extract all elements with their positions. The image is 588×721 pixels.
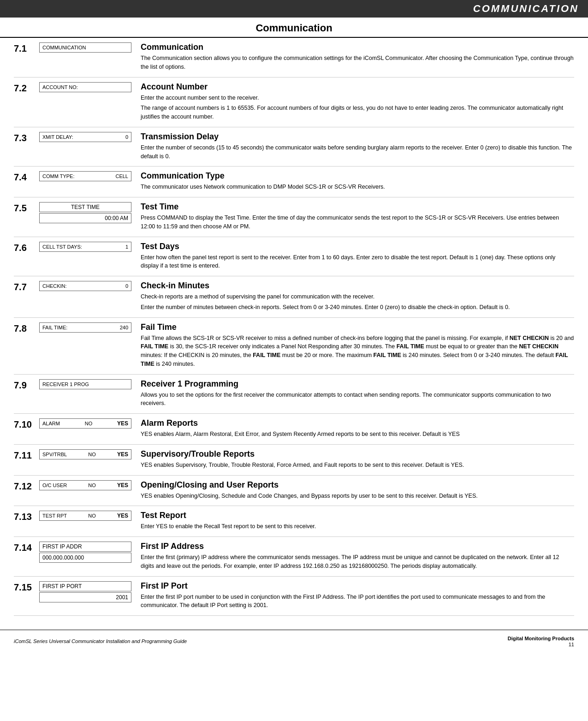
section-text-14: Enter the first IP port number to be use… (141, 593, 574, 610)
section-text-10: YES enables Supervisory, Trouble, Troubl… (141, 461, 574, 470)
section-text-7: Fail Time allows the SCS-1R or SCS-VR re… (141, 334, 574, 369)
section-field-11: O/C USERNOYES (39, 480, 131, 491)
section-heading-11: Opening/Closing and User Reports (141, 480, 574, 490)
section-number-12: 7.13 (14, 511, 39, 522)
field-box-1: ACCOUNT NO: (39, 82, 131, 92)
section-text-5: Enter how often the panel test report is… (141, 253, 574, 271)
section-text-3: The communicator uses Network communicat… (141, 183, 574, 191)
section-heading-13: First IP Address (141, 542, 574, 551)
footer-right: Digital Monitoring Products (508, 636, 574, 641)
section-heading-5: Test Days (141, 242, 574, 251)
main-content: 7.1COMMUNICATIONCommunicationThe Communi… (0, 38, 588, 625)
section-content-5: Test DaysEnter how often the panel test … (141, 242, 574, 273)
section-row-7-10: 7.10ALARMNOYESAlarm ReportsYES enables A… (14, 414, 574, 445)
section-row-7-15: 7.15FIRST IP PORT2001First IP PortEnter … (14, 577, 574, 616)
field-box-7: FAIL TIME:240 (39, 322, 131, 333)
section-heading-2: Transmission Delay (141, 132, 574, 142)
section-content-14: First IP PortEnter the first IP port num… (141, 581, 574, 612)
section-heading-9: Alarm Reports (141, 418, 574, 428)
section-field-9: ALARMNOYES (39, 418, 131, 429)
section-field-14: FIRST IP PORT2001 (39, 581, 131, 603)
section-number-7: 7.8 (14, 322, 39, 334)
footer-left: iComSL Series Universal Communicator Ins… (14, 638, 187, 644)
section-number-3: 7.4 (14, 171, 39, 183)
footer-page: 11 (508, 642, 574, 647)
section-content-8: Receiver 1 ProgrammingAllows you to set … (141, 379, 574, 410)
section-text-1: Enter the account number sent to the rec… (141, 94, 574, 121)
section-number-0: 7.1 (14, 42, 39, 54)
section-text-13: Enter the first (primary) IP address whe… (141, 553, 574, 571)
section-text-4: Press COMMAND to display the Test Time. … (141, 214, 574, 231)
section-content-11: Opening/Closing and User ReportsYES enab… (141, 480, 574, 502)
section-text-8: Allows you to set the options for the fi… (141, 391, 574, 408)
section-row-7-2: 7.2ACCOUNT NO:Account NumberEnter the ac… (14, 77, 574, 127)
section-heading-4: Test Time (141, 202, 574, 212)
section-content-2: Transmission DelayEnter the number of se… (141, 132, 574, 163)
section-field-13: FIRST IP ADDR000.000.000.000 (39, 542, 131, 564)
section-number-14: 7.15 (14, 581, 39, 593)
section-content-10: Supervisory/Trouble ReportsYES enables S… (141, 449, 574, 471)
section-content-9: Alarm ReportsYES enables Alarm, Alarm Re… (141, 418, 574, 441)
section-field-1: ACCOUNT NO: (39, 82, 131, 93)
section-heading-6: Check-in Minutes (141, 281, 574, 291)
section-text-0: The Communication section allows you to … (141, 54, 574, 72)
section-heading-12: Test Report (141, 511, 574, 520)
section-content-7: Fail TimeFail Time allows the SCS-1R or … (141, 322, 574, 370)
section-heading-7: Fail Time (141, 322, 574, 332)
field-box-8: RECEIVER 1 PROG (39, 379, 131, 389)
section-row-7-3: 7.3XMIT DELAY:0Transmission DelayEnter t… (14, 127, 574, 167)
field-box-test-time-label: TEST TIME (39, 202, 131, 212)
section-row-7-14: 7.14FIRST IP ADDR000.000.000.000First IP… (14, 537, 574, 577)
section-field-10: SPV/TRBLNOYES (39, 449, 131, 460)
section-content-3: Communication TypeThe communicator uses … (141, 171, 574, 193)
section-number-13: 7.14 (14, 542, 39, 553)
section-number-10: 7.11 (14, 449, 39, 461)
section-text-11: YES enables Opening/Closing, Schedule an… (141, 492, 574, 501)
section-content-6: Check-in MinutesCheck-in reports are a m… (141, 281, 574, 314)
section-row-7-9: 7.9RECEIVER 1 PROGReceiver 1 Programming… (14, 375, 574, 414)
field-box-0: COMMUNICATION (39, 42, 131, 53)
footer-right-block: Digital Monitoring Products 11 (508, 635, 574, 647)
section-heading-10: Supervisory/Trouble Reports (141, 449, 574, 459)
section-heading-0: Communication (141, 42, 574, 52)
section-number-8: 7.9 (14, 379, 39, 391)
section-row-7-13: 7.13TEST RPTNOYESTest ReportEnter YES to… (14, 506, 574, 537)
field-box-9: ALARMNOYES (39, 418, 131, 429)
section-field-5: CELL TST DAYS:1 (39, 242, 131, 253)
section-number-5: 7.6 (14, 242, 39, 253)
section-field-12: TEST RPTNOYES (39, 511, 131, 522)
section-row-7-5: 7.5TEST TIME00:00 AMTest TimePress COMMA… (14, 197, 574, 237)
section-number-11: 7.12 (14, 480, 39, 492)
section-heading-1: Account Number (141, 82, 574, 92)
section-field-6: CHECKIN:0 (39, 281, 131, 292)
section-field-3: COMM TYPE:CELL (39, 171, 131, 182)
section-number-4: 7.5 (14, 202, 39, 214)
section-text-12: Enter YES to enable the Recall Test repo… (141, 522, 574, 531)
section-row-7-8: 7.8FAIL TIME:240Fail TimeFail Time allow… (14, 318, 574, 375)
section-number-1: 7.2 (14, 82, 39, 94)
field-box-5: CELL TST DAYS:1 (39, 242, 131, 252)
field-box-11: O/C USERNOYES (39, 480, 131, 490)
section-content-12: Test ReportEnter YES to enable the Recal… (141, 511, 574, 533)
field-box-first-ip-addr-value: 000.000.000.000 (39, 553, 131, 563)
section-content-4: Test TimePress COMMAND to display the Te… (141, 202, 574, 233)
field-box-6: CHECKIN:0 (39, 281, 131, 291)
section-heading-14: First IP Port (141, 581, 574, 591)
section-row-7-1: 7.1COMMUNICATIONCommunicationThe Communi… (14, 38, 574, 77)
section-row-7-7: 7.7CHECKIN:0Check-in MinutesCheck-in rep… (14, 276, 574, 318)
section-content-1: Account NumberEnter the account number s… (141, 82, 574, 123)
field-box-12: TEST RPTNOYES (39, 511, 131, 521)
section-text-2: Enter the number of seconds (15 to 45 se… (141, 143, 574, 161)
section-number-2: 7.3 (14, 132, 39, 143)
section-heading-3: Communication Type (141, 171, 574, 181)
field-box-3: COMM TYPE:CELL (39, 171, 131, 181)
section-text-9: YES enables Alarm, Alarm Restoral, Exit … (141, 430, 574, 439)
section-content-0: CommunicationThe Communication section a… (141, 42, 574, 73)
field-box-first-ip-addr-label: FIRST IP ADDR (39, 542, 131, 552)
section-text-6: Check-in reports are a method of supervi… (141, 292, 574, 312)
section-row-7-4: 7.4COMM TYPE:CELLCommunication TypeThe c… (14, 167, 574, 197)
section-row-7-12: 7.12O/C USERNOYESOpening/Closing and Use… (14, 476, 574, 506)
field-box-first-ip-port-label: FIRST IP PORT (39, 581, 131, 591)
field-box-test-time-value: 00:00 AM (39, 213, 131, 223)
section-field-7: FAIL TIME:240 (39, 322, 131, 334)
